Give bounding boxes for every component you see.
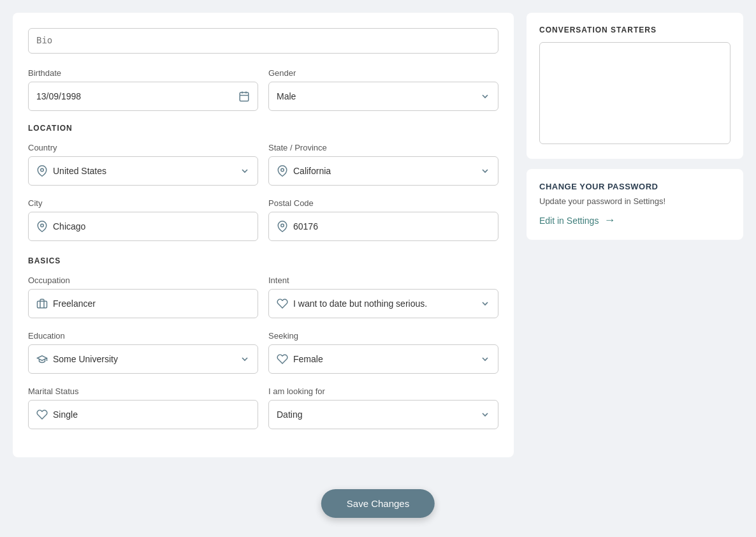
gender-label: Gender [268,68,498,78]
city-postal-row: City Postal Code [28,198,498,241]
occupation-input[interactable] [53,298,250,309]
marital-looking-row: Marital Status I am looking for [28,386,498,429]
state-input-wrapper[interactable] [268,156,498,186]
postal-label: Postal Code [268,198,498,208]
graduation-icon [36,353,48,365]
svg-point-4 [41,168,44,172]
education-input-wrapper[interactable] [28,344,258,374]
conversation-starters-title: CONVERSATION STARTERS [539,26,731,34]
seeking-input-wrapper[interactable] [268,344,498,374]
postal-input[interactable] [293,221,490,232]
gender-input[interactable] [277,91,475,101]
state-label: State / Province [268,143,498,152]
briefcase-icon [36,298,48,309]
location-section: LOCATION [28,124,498,133]
birthdate-label: Birthdate [28,68,258,78]
state-pin-icon [277,165,288,177]
gender-group: Gender [268,68,498,111]
svg-point-6 [41,224,44,227]
country-input-wrapper[interactable] [28,156,258,186]
education-label: Education [28,331,258,341]
occupation-label: Occupation [28,276,258,285]
marital-input[interactable] [53,409,250,420]
main-content: Birthdate Gender [13,13,514,457]
education-group: Education [28,331,258,374]
city-pin-icon [36,221,48,232]
svg-point-5 [281,168,284,172]
state-input[interactable] [293,166,475,176]
seeking-label: Seeking [268,331,498,341]
svg-rect-0 [240,92,249,101]
birthdate-gender-row: Birthdate Gender [28,68,498,111]
conversation-starters-card: CONVERSATION STARTERS [527,13,743,159]
birthdate-input[interactable] [36,91,238,101]
city-label: City [28,198,258,208]
gender-input-wrapper [268,82,498,111]
looking-for-chevron-icon [480,409,490,420]
occupation-group: Occupation [28,276,258,318]
country-chevron-icon [240,166,250,176]
marital-label: Marital Status [28,386,258,396]
country-group: Country [28,143,258,186]
change-password-desc: Update your password in Settings! [539,196,731,206]
edit-settings-link[interactable]: Edit in Settings → [539,214,731,227]
seeking-group: Seeking [268,331,498,374]
city-input-wrapper[interactable] [28,212,258,241]
location-pin-icon [36,165,48,177]
marital-heart-icon [36,409,48,420]
basics-section: BASICS [28,256,498,265]
marital-input-wrapper[interactable] [28,400,258,429]
gender-chevron-icon [480,91,490,101]
seeking-heart-icon [277,353,288,365]
occupation-input-wrapper [28,289,258,318]
birthdate-group: Birthdate [28,68,258,111]
intent-chevron-icon [480,298,490,309]
looking-for-input-wrapper[interactable] [268,400,498,429]
sidebar: CONVERSATION STARTERS CHANGE YOUR PASSWO… [527,13,743,457]
change-password-card: CHANGE YOUR PASSWORD Update your passwor… [527,169,743,240]
calendar-icon[interactable] [238,91,250,102]
intent-input-wrapper[interactable] [268,289,498,318]
edit-settings-text: Edit in Settings [539,216,599,226]
education-input[interactable] [53,354,235,364]
change-password-title: CHANGE YOUR PASSWORD [539,182,731,191]
basics-title: BASICS [28,256,498,265]
location-title: LOCATION [28,124,498,133]
intent-label: Intent [268,276,498,285]
intent-input[interactable] [293,298,475,309]
education-chevron-icon [240,354,250,364]
postal-pin-icon [277,221,288,232]
postal-group: Postal Code [268,198,498,241]
postal-input-wrapper[interactable] [268,212,498,241]
heart-icon [277,298,288,309]
country-input[interactable] [53,166,235,176]
looking-for-label: I am looking for [268,386,498,396]
country-label: Country [28,143,258,152]
occupation-intent-row: Occupation Intent [28,276,498,318]
intent-group: Intent [268,276,498,318]
seeking-input[interactable] [293,354,475,364]
looking-for-input[interactable] [277,409,475,420]
conversation-starters-input[interactable] [539,42,731,144]
svg-point-7 [281,224,284,227]
bio-input[interactable] [28,28,498,54]
country-state-row: Country State / Province [28,143,498,186]
arrow-right-icon: → [604,214,615,227]
svg-rect-8 [38,301,47,308]
marital-group: Marital Status [28,386,258,429]
birthdate-input-wrapper [28,82,258,111]
looking-for-group: I am looking for [268,386,498,429]
state-group: State / Province [268,143,498,186]
state-chevron-icon [480,166,490,176]
city-input[interactable] [53,221,250,232]
education-seeking-row: Education Seeking [28,331,498,374]
seeking-chevron-icon [480,354,490,364]
city-group: City [28,198,258,241]
